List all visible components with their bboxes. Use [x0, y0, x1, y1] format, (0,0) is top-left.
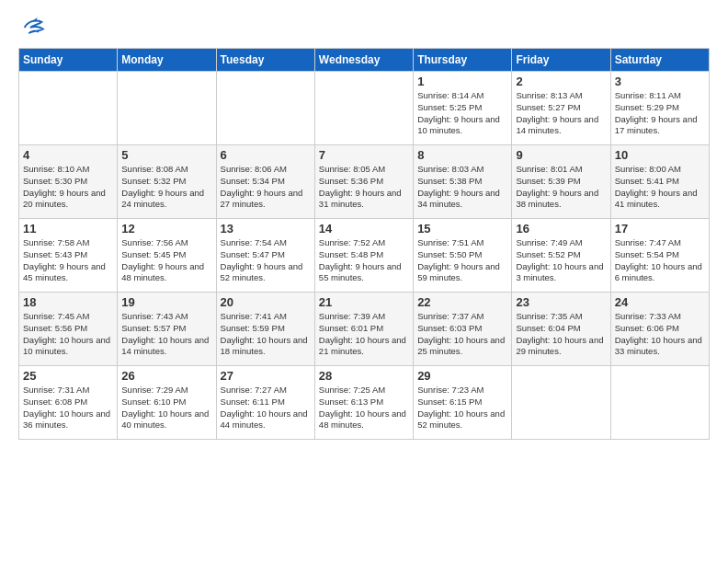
day-header-saturday: Saturday — [610, 49, 709, 72]
calendar-cell: 2Sunrise: 8:13 AM Sunset: 5:27 PM Daylig… — [512, 72, 610, 145]
day-info: Sunrise: 8:13 AM Sunset: 5:27 PM Dayligh… — [516, 90, 606, 137]
day-info: Sunrise: 7:29 AM Sunset: 6:10 PM Dayligh… — [121, 385, 211, 431]
day-header-friday: Friday — [512, 49, 610, 72]
day-number: 16 — [516, 222, 606, 236]
calendar-cell: 12Sunrise: 7:56 AM Sunset: 5:45 PM Dayli… — [118, 219, 216, 293]
day-info: Sunrise: 7:45 AM Sunset: 5:56 PM Dayligh… — [23, 311, 113, 358]
day-info: Sunrise: 7:54 AM Sunset: 5:47 PM Dayligh… — [221, 237, 311, 284]
day-info: Sunrise: 8:03 AM Sunset: 5:38 PM Dayligh… — [417, 164, 507, 211]
day-number: 9 — [516, 148, 606, 162]
day-number: 25 — [23, 369, 113, 383]
day-number: 20 — [221, 295, 311, 309]
day-header-thursday: Thursday — [414, 49, 512, 72]
day-info: Sunrise: 7:58 AM Sunset: 5:43 PM Dayligh… — [23, 237, 113, 284]
day-number: 2 — [516, 75, 606, 88]
calendar-cell — [314, 72, 413, 145]
day-info: Sunrise: 7:39 AM Sunset: 6:01 PM Dayligh… — [319, 311, 409, 358]
day-header-wednesday: Wednesday — [314, 49, 413, 72]
day-info: Sunrise: 8:14 AM Sunset: 5:25 PM Dayligh… — [417, 90, 507, 137]
calendar-cell: 9Sunrise: 8:01 AM Sunset: 5:39 PM Daylig… — [512, 145, 610, 219]
day-number: 26 — [121, 369, 211, 383]
day-number: 18 — [23, 295, 113, 309]
logo-icon — [18, 15, 48, 40]
day-number: 15 — [417, 222, 507, 236]
day-number: 7 — [319, 148, 409, 162]
calendar-cell: 8Sunrise: 8:03 AM Sunset: 5:38 PM Daylig… — [414, 145, 512, 219]
calendar-cell: 29Sunrise: 7:23 AM Sunset: 6:15 PM Dayli… — [414, 366, 512, 440]
day-number: 11 — [23, 222, 113, 236]
calendar-cell: 28Sunrise: 7:25 AM Sunset: 6:13 PM Dayli… — [314, 366, 413, 440]
day-header-sunday: Sunday — [19, 49, 118, 72]
day-number: 5 — [121, 148, 211, 162]
day-number: 28 — [319, 369, 409, 383]
week-row-4: 18Sunrise: 7:45 AM Sunset: 5:56 PM Dayli… — [19, 293, 710, 366]
calendar-cell: 13Sunrise: 7:54 AM Sunset: 5:47 PM Dayli… — [216, 219, 314, 293]
calendar-cell: 1Sunrise: 8:14 AM Sunset: 5:25 PM Daylig… — [414, 72, 512, 145]
calendar-cell: 27Sunrise: 7:27 AM Sunset: 6:11 PM Dayli… — [216, 366, 314, 440]
calendar-cell: 15Sunrise: 7:51 AM Sunset: 5:50 PM Dayli… — [414, 219, 512, 293]
day-info: Sunrise: 8:06 AM Sunset: 5:34 PM Dayligh… — [221, 164, 311, 211]
calendar-cell: 16Sunrise: 7:49 AM Sunset: 5:52 PM Dayli… — [512, 219, 610, 293]
calendar-cell: 5Sunrise: 8:08 AM Sunset: 5:32 PM Daylig… — [118, 145, 216, 219]
day-number: 24 — [615, 295, 705, 309]
calendar-cell: 17Sunrise: 7:47 AM Sunset: 5:54 PM Dayli… — [610, 219, 709, 293]
day-info: Sunrise: 7:43 AM Sunset: 5:57 PM Dayligh… — [121, 311, 211, 358]
day-info: Sunrise: 7:49 AM Sunset: 5:52 PM Dayligh… — [516, 237, 606, 284]
calendar-cell: 25Sunrise: 7:31 AM Sunset: 6:08 PM Dayli… — [19, 366, 118, 440]
day-number: 8 — [417, 148, 507, 162]
day-number: 27 — [221, 369, 311, 383]
week-row-3: 11Sunrise: 7:58 AM Sunset: 5:43 PM Dayli… — [19, 219, 710, 293]
day-number: 22 — [417, 295, 507, 309]
day-info: Sunrise: 7:47 AM Sunset: 5:54 PM Dayligh… — [615, 237, 705, 284]
day-info: Sunrise: 7:25 AM Sunset: 6:13 PM Dayligh… — [319, 385, 409, 431]
day-info: Sunrise: 7:51 AM Sunset: 5:50 PM Dayligh… — [417, 237, 507, 284]
day-info: Sunrise: 7:33 AM Sunset: 6:06 PM Dayligh… — [615, 311, 705, 358]
calendar-cell: 24Sunrise: 7:33 AM Sunset: 6:06 PM Dayli… — [610, 293, 709, 366]
day-info: Sunrise: 8:00 AM Sunset: 5:41 PM Dayligh… — [615, 164, 705, 211]
day-header-tuesday: Tuesday — [216, 49, 314, 72]
day-info: Sunrise: 7:27 AM Sunset: 6:11 PM Dayligh… — [221, 385, 311, 431]
day-info: Sunrise: 8:10 AM Sunset: 5:30 PM Dayligh… — [23, 164, 113, 211]
day-number: 21 — [319, 295, 409, 309]
day-number: 4 — [23, 148, 113, 162]
calendar-cell: 20Sunrise: 7:41 AM Sunset: 5:59 PM Dayli… — [216, 293, 314, 366]
calendar-cell — [610, 366, 709, 440]
day-number: 6 — [221, 148, 311, 162]
calendar-cell: 7Sunrise: 8:05 AM Sunset: 5:36 PM Daylig… — [314, 145, 413, 219]
day-number: 23 — [516, 295, 606, 309]
day-info: Sunrise: 7:35 AM Sunset: 6:04 PM Dayligh… — [516, 311, 606, 358]
calendar-cell: 14Sunrise: 7:52 AM Sunset: 5:48 PM Dayli… — [314, 219, 413, 293]
calendar-cell: 3Sunrise: 8:11 AM Sunset: 5:29 PM Daylig… — [610, 72, 709, 145]
calendar-cell: 23Sunrise: 7:35 AM Sunset: 6:04 PM Dayli… — [512, 293, 610, 366]
week-row-5: 25Sunrise: 7:31 AM Sunset: 6:08 PM Dayli… — [19, 366, 710, 440]
day-number: 17 — [615, 222, 705, 236]
week-row-1: 1Sunrise: 8:14 AM Sunset: 5:25 PM Daylig… — [19, 72, 710, 145]
calendar-cell: 26Sunrise: 7:29 AM Sunset: 6:10 PM Dayli… — [118, 366, 216, 440]
calendar-cell: 18Sunrise: 7:45 AM Sunset: 5:56 PM Dayli… — [19, 293, 118, 366]
day-info: Sunrise: 7:37 AM Sunset: 6:03 PM Dayligh… — [417, 311, 507, 358]
day-header-monday: Monday — [118, 49, 216, 72]
day-info: Sunrise: 8:11 AM Sunset: 5:29 PM Dayligh… — [615, 90, 705, 137]
day-info: Sunrise: 7:56 AM Sunset: 5:45 PM Dayligh… — [121, 237, 211, 284]
calendar-cell — [118, 72, 216, 145]
day-number: 1 — [417, 75, 507, 88]
calendar-header: SundayMondayTuesdayWednesdayThursdayFrid… — [19, 49, 710, 72]
day-info: Sunrise: 8:01 AM Sunset: 5:39 PM Dayligh… — [516, 164, 606, 211]
calendar-cell: 6Sunrise: 8:06 AM Sunset: 5:34 PM Daylig… — [216, 145, 314, 219]
day-info: Sunrise: 7:31 AM Sunset: 6:08 PM Dayligh… — [23, 385, 113, 431]
calendar-body: 1Sunrise: 8:14 AM Sunset: 5:25 PM Daylig… — [19, 72, 710, 440]
week-row-2: 4Sunrise: 8:10 AM Sunset: 5:30 PM Daylig… — [19, 145, 710, 219]
calendar-cell: 22Sunrise: 7:37 AM Sunset: 6:03 PM Dayli… — [414, 293, 512, 366]
calendar-cell: 19Sunrise: 7:43 AM Sunset: 5:57 PM Dayli… — [118, 293, 216, 366]
header — [18, 15, 710, 40]
day-number: 19 — [121, 295, 211, 309]
calendar-cell: 10Sunrise: 8:00 AM Sunset: 5:41 PM Dayli… — [610, 145, 709, 219]
day-info: Sunrise: 8:05 AM Sunset: 5:36 PM Dayligh… — [319, 164, 409, 211]
day-number: 10 — [615, 148, 705, 162]
day-number: 14 — [319, 222, 409, 236]
calendar-cell — [19, 72, 118, 145]
day-number: 13 — [221, 222, 311, 236]
calendar-cell — [512, 366, 610, 440]
calendar-cell: 21Sunrise: 7:39 AM Sunset: 6:01 PM Dayli… — [314, 293, 413, 366]
header-row: SundayMondayTuesdayWednesdayThursdayFrid… — [19, 49, 710, 72]
